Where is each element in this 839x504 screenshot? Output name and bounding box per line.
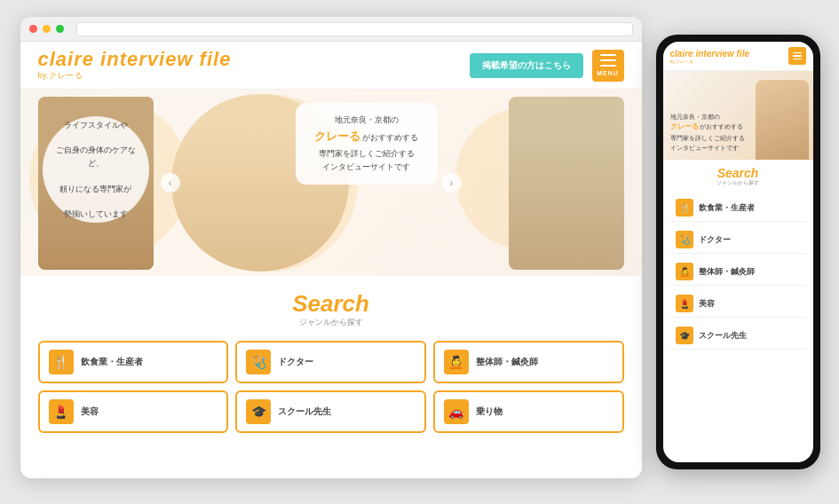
hero-image-right: [509, 97, 624, 270]
hero-center-line2: がおすすめする: [362, 133, 418, 142]
search-item-food[interactable]: 🍴 飲食業・生産者: [38, 341, 229, 383]
mobile-search-item-school[interactable]: 🎓 スクール先生: [670, 322, 806, 350]
mobile-search-icon-school: 🎓: [676, 327, 693, 344]
hero-section: ライフスタイルや ご自身の身体のケアなど、 頼りになる専門家が 勢揃いしています…: [20, 90, 642, 276]
mobile-search-item-massage[interactable]: 💆 整体師・鍼灸師: [670, 258, 806, 286]
hero-left-line1: ライフスタイルや: [64, 119, 128, 131]
search-item-beauty[interactable]: 💄 美容: [38, 390, 229, 433]
hero-center-highlight: クレーる がおすすめする: [306, 127, 427, 146]
menu-label: MENU: [597, 70, 619, 76]
mobile-menu-line-3: [793, 59, 802, 60]
browser-url-bar: [76, 22, 633, 36]
mobile-hero: 地元奈良・京都の クレーる がおすすめする 専門家を詳しくご紹介する インタビュ…: [663, 71, 813, 160]
mobile-logo-title: claire interview file: [670, 49, 750, 59]
mobile-search-subtitle: ジャンルから探す: [670, 179, 806, 187]
mobile-search-title: Search: [670, 167, 806, 179]
mobile-hero-line4: インタビューサイトです: [670, 143, 745, 153]
search-label-doctor: ドクター: [278, 356, 313, 368]
mobile-search-item-doctor[interactable]: 🩺 ドクター: [670, 226, 806, 254]
search-icon-vehicle: 🚗: [444, 399, 469, 424]
mobile-search-icon-beauty: 💄: [676, 295, 693, 312]
mobile-search-icon-massage: 💆: [676, 263, 693, 280]
search-icon-school: 🎓: [246, 399, 271, 424]
mobile-hero-line3: 専門家を詳しくご紹介する: [670, 133, 745, 143]
mobile-logo-area: claire interview file by.クレーる: [670, 49, 750, 64]
search-item-vehicle[interactable]: 🚗 乗り物: [433, 390, 624, 433]
hero-left-line2: ご自身の身体のケアなど、: [51, 144, 140, 169]
search-title: Search: [38, 292, 624, 315]
mobile-search-section: Search ジャンルから探す 🍴 飲食業・生産者 🩺 ドクター 💆 整体師・鍼…: [663, 160, 813, 357]
menu-line-2: [600, 59, 616, 61]
hero-text-left: ライフスタイルや ご自身の身体のケアなど、 頼りになる専門家が 勢揃いしています: [43, 116, 149, 223]
header-menu-button[interactable]: MENU: [592, 50, 624, 82]
search-label-vehicle: 乗り物: [476, 406, 503, 418]
header-right: 掲載希望の方はこちら MENU: [470, 50, 624, 82]
mobile-search-item-beauty[interactable]: 💄 美容: [670, 290, 806, 318]
search-subtitle: ジャンルから探す: [38, 317, 624, 328]
search-item-massage[interactable]: 💆 整体師・鍼灸師: [433, 341, 624, 383]
mobile-search-label-doctor: ドクター: [699, 234, 731, 246]
mobile-hero-text: 地元奈良・京都の クレーる がおすすめする 専門家を詳しくご紹介する インタビュ…: [663, 105, 752, 160]
hero-center-line3: 専門家を詳しくご紹介する: [306, 147, 427, 161]
logo-area: claire interview file by.クレーる: [38, 49, 232, 82]
mobile-logo-by: by.クレーる: [670, 59, 750, 64]
logo-title: claire interview file: [38, 49, 232, 70]
person-right-silhouette: [509, 97, 624, 270]
mobile-search-label-school: スクール先生: [699, 330, 747, 342]
mobile-hero-line1: 地元奈良・京都の: [670, 112, 745, 122]
desktop-browser: claire interview file by.クレーる 掲載希望の方はこちら…: [20, 17, 642, 478]
mobile-search-icon-doctor: 🩺: [676, 231, 693, 248]
search-icon-doctor: 🩺: [246, 350, 271, 374]
hero-text-center: 地元奈良・京都の クレーる がおすすめする 専門家を詳しくご紹介する インタビュ…: [296, 103, 438, 185]
mobile-screen: claire interview file by.クレーる 地元奈良・京都の ク…: [663, 42, 813, 462]
scene: claire interview file by.クレーる 掲載希望の方はこちら…: [20, 17, 819, 487]
menu-line-3: [600, 65, 616, 67]
mobile-menu-line-1: [793, 52, 802, 54]
mobile-hero-highlight-row: クレーる がおすすめする: [670, 122, 745, 133]
site-content: claire interview file by.クレーる 掲載希望の方はこちら…: [20, 42, 642, 478]
mobile-search-icon-food: 🍴: [676, 199, 693, 217]
mobile-search-item-food[interactable]: 🍴 飲食業・生産者: [670, 194, 806, 222]
search-label-school: スクール先生: [278, 406, 331, 418]
hero-highlight: クレーる: [314, 130, 360, 143]
mobile-menu-button[interactable]: [788, 47, 806, 65]
mobile-hero-highlight: クレーる: [670, 122, 699, 130]
mobile-menu-line-2: [793, 55, 802, 57]
search-icon-beauty: 💄: [49, 399, 74, 424]
browser-dot-red: [29, 25, 37, 33]
site-header: claire interview file by.クレーる 掲載希望の方はこちら…: [20, 42, 642, 90]
search-label-food: 飲食業・生産者: [81, 356, 143, 368]
carousel-button-left[interactable]: ‹: [161, 173, 180, 193]
search-title-area: Search ジャンルから探す: [38, 292, 624, 328]
search-item-doctor[interactable]: 🩺 ドクター: [235, 341, 426, 383]
mobile-hero-line2: がおすすめする: [700, 123, 743, 130]
search-label-massage: 整体師・鍼灸師: [476, 356, 538, 368]
search-icon-massage: 💆: [444, 350, 469, 374]
hero-left-line3: 頼りになる専門家が: [59, 183, 131, 195]
mobile-browser: claire interview file by.クレーる 地元奈良・京都の ク…: [656, 35, 820, 469]
menu-line-1: [600, 54, 616, 56]
mobile-search-list: 🍴 飲食業・生産者 🩺 ドクター 💆 整体師・鍼灸師 💄 美容: [670, 194, 806, 350]
search-icon-food: 🍴: [49, 350, 74, 374]
mobile-search-label-food: 飲食業・生産者: [699, 202, 755, 214]
mobile-search-label-beauty: 美容: [699, 298, 715, 310]
search-section: Search ジャンルから探す 🍴 飲食業・生産者 🩺 ドクター 💆 整体師・鍼…: [20, 276, 642, 446]
hero-center-line1: 地元奈良・京都の: [306, 114, 427, 127]
search-grid: 🍴 飲食業・生産者 🩺 ドクター 💆 整体師・鍼灸師 💄 美容: [38, 341, 624, 433]
mobile-header: claire interview file by.クレーる: [663, 42, 813, 71]
logo-by: by.クレーる: [38, 70, 83, 82]
search-item-school[interactable]: 🎓 スクール先生: [235, 390, 426, 433]
carousel-button-right[interactable]: ›: [442, 173, 462, 193]
hero-center-line4: インタビューサイトです: [306, 161, 427, 174]
hero-left-line4: 勢揃いしています: [64, 208, 128, 220]
browser-dot-green: [56, 25, 64, 33]
browser-bar: [20, 17, 642, 42]
mobile-hero-person: [756, 80, 809, 160]
browser-dot-yellow: [43, 25, 51, 33]
search-label-beauty: 美容: [81, 406, 99, 418]
header-cta-button[interactable]: 掲載希望の方はこちら: [470, 53, 583, 78]
mobile-search-label-massage: 整体師・鍼灸師: [699, 266, 755, 278]
